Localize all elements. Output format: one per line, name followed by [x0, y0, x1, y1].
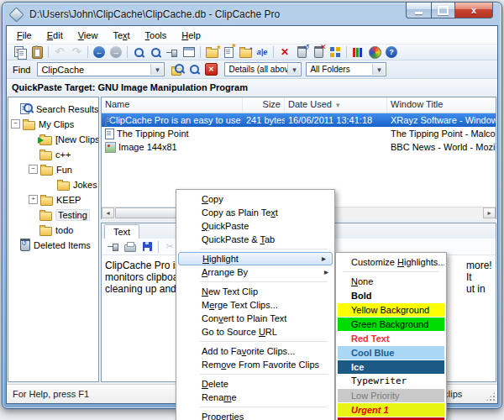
list-row[interactable]: Image 144x81 BBC News - World - Mozilla …: [102, 140, 496, 154]
menu-item-properties[interactable]: Properties: [176, 410, 334, 420]
folder-properties-icon[interactable]: [237, 45, 254, 60]
submenu-item-none[interactable]: None: [338, 275, 444, 288]
submenu-item-yellow-background[interactable]: Yellow Background: [338, 303, 444, 317]
column-header-size[interactable]: Size: [243, 97, 285, 113]
print-icon[interactable]: [122, 239, 139, 254]
tree-item-cpp[interactable]: c++: [39, 147, 71, 161]
submenu-item-ice[interactable]: Ice: [338, 360, 444, 374]
pin-icon[interactable]: [164, 45, 181, 60]
search-results-icon: [20, 103, 33, 114]
menu-item-add-to-favorite-clips[interactable]: Add to Favorite Clips...: [176, 344, 334, 358]
empty-recycle-bin-icon[interactable]: ✕: [310, 45, 327, 60]
search-clips-icon[interactable]: [147, 45, 164, 60]
menu-item-arrange-by[interactable]: Arrange By: [176, 265, 334, 279]
scroll-right-icon[interactable]: [483, 207, 496, 218]
column-header-date-used[interactable]: Date Used: [285, 97, 387, 113]
minimize-button[interactable]: [406, 3, 432, 18]
save-icon[interactable]: [139, 239, 155, 254]
submenu-item-urgent-1[interactable]: Urgent 1: [338, 403, 444, 417]
menu-text[interactable]: Text: [106, 29, 136, 42]
column-header-window-title[interactable]: Window Title: [387, 97, 496, 113]
recycle-bin-icon[interactable]: ↺: [293, 45, 310, 60]
find-magnifier-icon[interactable]: [186, 62, 202, 76]
tree-item-jokes[interactable]: Jokes: [57, 177, 97, 192]
view-mode-select[interactable]: Details (all above): [224, 62, 302, 76]
submenu-item-bold[interactable]: Bold: [338, 289, 444, 302]
color-options-icon[interactable]: [366, 45, 383, 60]
menu-item-copy[interactable]: Copy: [176, 192, 334, 206]
toolbar-separator: [273, 46, 274, 58]
pin-icon[interactable]: [105, 239, 122, 254]
menu-item-merge-text-clips[interactable]: Merge Text Clips...: [176, 298, 334, 312]
new-clip-icon[interactable]: [220, 45, 237, 60]
submenu-item-low-priority[interactable]: Low Priority: [338, 389, 444, 402]
tree-item-keep[interactable]: KEEP: [29, 192, 81, 207]
close-button[interactable]: x: [455, 3, 493, 18]
forward-icon[interactable]: →: [108, 45, 124, 60]
tree-item-todo[interactable]: todo: [39, 223, 73, 237]
submenu-item-customize-highlights[interactable]: Customize Highlights...: [338, 255, 444, 269]
tree-item-my-clips[interactable]: My Clips: [11, 117, 74, 131]
expand-icon[interactable]: [29, 195, 38, 204]
menu-view[interactable]: View: [71, 29, 105, 42]
folder-scope-select[interactable]: All Folders: [306, 62, 386, 76]
rename-icon[interactable]: a|e: [254, 45, 270, 60]
undo-icon[interactable]: ↶: [51, 45, 68, 60]
status-help-text: For Help, press F1: [7, 389, 89, 399]
scroll-left-icon[interactable]: [102, 207, 114, 218]
list-row[interactable]: ClipCache Pro is an easy to use 241 byte…: [102, 113, 496, 127]
paste-icon[interactable]: [29, 45, 45, 60]
submenu-item-red-text[interactable]: Red Text: [338, 332, 444, 345]
copy-icon[interactable]: [12, 45, 29, 60]
menu-help[interactable]: Help: [175, 29, 207, 42]
search-icon[interactable]: [130, 45, 147, 60]
list-row[interactable]: The Tipping Point The Tipping Point - Ma…: [102, 127, 496, 140]
caption-buttons: x: [406, 3, 493, 18]
search-in-clips-icon[interactable]: [169, 62, 186, 76]
tree-item-testing[interactable]: Testing: [39, 207, 90, 222]
organize-icon[interactable]: [327, 45, 344, 60]
menu-item-quickpaste-tab[interactable]: QuickPaste & Tab: [176, 233, 334, 246]
main-toolbar: ↶ ↷ ← → a|e ✕ ↺ ✕ ?: [7, 45, 497, 60]
collapse-icon[interactable]: [29, 165, 38, 174]
find-dropdown-arrow-icon[interactable]: [150, 64, 163, 75]
folder-icon: [39, 212, 52, 221]
tab-text[interactable]: Text: [104, 224, 139, 239]
menu-item-remove-from-favorite-clips[interactable]: Remove From Favorite Clips: [176, 358, 334, 371]
redo-icon[interactable]: ↷: [68, 45, 85, 60]
submenu-item-green-background[interactable]: Green Background: [338, 318, 444, 331]
menu-item-convert-to-plain-text[interactable]: Convert to Plain Text: [176, 312, 334, 325]
menu-item-highlight[interactable]: Highlight: [178, 252, 333, 265]
highlight-columns-icon[interactable]: [349, 45, 366, 60]
menu-item-quickpaste[interactable]: QuickPaste: [176, 219, 334, 233]
new-folder-icon[interactable]: [203, 45, 220, 60]
clear-search-icon[interactable]: ✕: [202, 62, 219, 76]
menu-item-rename[interactable]: Rename: [176, 391, 334, 404]
help-icon[interactable]: ?: [383, 45, 400, 60]
tree-item-search-results[interactable]: Search Results: [20, 102, 99, 116]
tree-item-deleted-items[interactable]: Deleted Items: [20, 238, 91, 252]
folder-scope-arrow-icon[interactable]: [372, 64, 385, 75]
menu-bar: File Edit View Text Tools Help: [7, 26, 497, 45]
view-mode-arrow-icon[interactable]: [287, 64, 300, 75]
menu-file[interactable]: File: [10, 29, 39, 42]
submenu-item-typewriter[interactable]: Typewriter: [338, 375, 444, 388]
maximize-button[interactable]: [432, 3, 455, 18]
folder-tree: Search Results My Clips [New Clips] c++: [8, 97, 99, 382]
menu-tools[interactable]: Tools: [139, 29, 174, 42]
menu-edit[interactable]: Edit: [40, 29, 70, 42]
menu-item-delete[interactable]: Delete: [176, 377, 334, 391]
submenu-item-cool-blue[interactable]: Cool Blue: [338, 346, 444, 360]
panel-layout-icon[interactable]: [181, 45, 197, 60]
delete-icon[interactable]: ✕: [276, 45, 293, 60]
column-header-name[interactable]: Name: [102, 97, 243, 113]
find-input[interactable]: ClipCache: [37, 62, 165, 76]
back-icon[interactable]: ←: [91, 45, 108, 60]
collapse-icon[interactable]: [11, 119, 20, 129]
tree-item-new-clips[interactable]: [New Clips]: [39, 132, 99, 146]
menu-item-new-text-clip[interactable]: New Text Clip: [176, 285, 334, 298]
tree-item-fun[interactable]: Fun: [29, 162, 72, 176]
menu-item-go-to-source-url[interactable]: Go to Source URL: [176, 325, 334, 339]
menu-item-copy-as-plain-text[interactable]: Copy as Plain Text: [176, 206, 334, 219]
resize-grip[interactable]: [486, 391, 496, 402]
